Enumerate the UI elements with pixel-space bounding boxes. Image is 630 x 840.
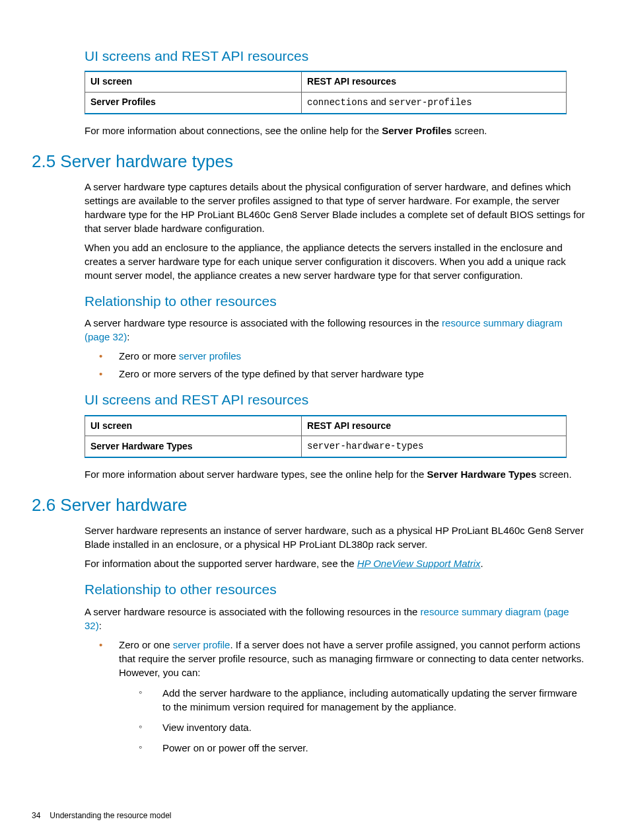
para-26a: Server hardware represents an instance o… — [85, 523, 588, 551]
para-25b: When you add an enclosure to the applian… — [85, 241, 588, 282]
sht-bold: Server Hardware Types — [427, 469, 537, 480]
code-sht: server-hardware-types — [307, 441, 423, 451]
list-item: Zero or one server profile. If a server … — [99, 638, 588, 755]
text: Zero or more — [119, 350, 179, 362]
link-server-profiles[interactable]: server profiles — [179, 350, 241, 362]
heading-2-6: 2.6 Server hardware — [32, 493, 588, 517]
heading-ui-rest-1: UI screens and REST API resources — [85, 46, 588, 65]
server-profiles-label: Server Profiles — [90, 96, 156, 107]
text: : — [99, 620, 102, 631]
sublist-26: Add the server hardware to the appliance… — [139, 686, 588, 755]
table-sht: UI screen REST API resource Server Hardw… — [85, 415, 567, 458]
para-rel26: A server hardware resource is associated… — [85, 605, 588, 632]
table-row: UI screen REST API resources — [85, 71, 567, 92]
text: For information about the supported serv… — [85, 558, 357, 569]
list-item: Power on or power off the server. — [139, 741, 588, 755]
list-26: Zero or one server profile. If a server … — [99, 638, 588, 755]
th-rest: REST API resource — [302, 416, 567, 436]
th-ui-screen: UI screen — [85, 416, 302, 436]
heading-relationship-25: Relationship to other resources — [85, 291, 588, 311]
list-item: Zero or more servers of the type defined… — [99, 367, 588, 381]
table-row: Server Hardware Types server-hardware-ty… — [85, 436, 567, 457]
text: Zero or one — [119, 639, 173, 650]
th-rest: REST API resources — [302, 71, 567, 92]
text-and: and — [368, 96, 388, 107]
para-25a: A server hardware type captures details … — [85, 180, 588, 235]
list-25: Zero or more server profiles Zero or mor… — [99, 349, 588, 381]
text: For more information about server hardwa… — [85, 469, 427, 480]
text: A server hardware resource is associated… — [85, 606, 421, 617]
sht-label: Server Hardware Types — [90, 441, 193, 451]
code-connections: connections — [307, 97, 368, 108]
para-more-connections: For more information about connections, … — [85, 124, 588, 137]
list-item: Zero or more server profiles — [99, 349, 588, 363]
para-rel25: A server hardware type resource is assoc… — [85, 316, 588, 344]
table-row: Server Profiles connections and server-p… — [85, 92, 567, 113]
text: : — [127, 331, 129, 342]
td-rest: connections and server-profiles — [302, 92, 567, 113]
td-ui-screen: Server Profiles — [85, 92, 302, 113]
table-connections: UI screen REST API resources Server Prof… — [85, 71, 567, 114]
text: . — [480, 558, 483, 569]
td-ui-screen: Server Hardware Types — [85, 436, 302, 457]
para-26b: For information about the supported serv… — [85, 556, 588, 570]
server-profiles-bold: Server Profiles — [382, 125, 452, 136]
code-server-profiles: server-profiles — [389, 97, 472, 108]
text: screen. — [452, 125, 487, 136]
table-row: UI screen REST API resource — [85, 416, 567, 436]
heading-relationship-26: Relationship to other resources — [85, 580, 588, 599]
list-item: Add the server hardware to the appliance… — [139, 686, 588, 714]
list-item: View inventory data. — [139, 720, 588, 734]
heading-ui-rest-2: UI screens and REST API resources — [85, 390, 588, 409]
text: A server hardware type resource is assoc… — [85, 317, 442, 328]
heading-2-5: 2.5 Server hardware types — [32, 149, 588, 173]
text: For more information about connections, … — [85, 125, 382, 136]
link-server-profile[interactable]: server profile — [173, 639, 230, 650]
para-more-sht: For more information about server hardwa… — [85, 467, 588, 481]
td-rest: server-hardware-types — [302, 436, 567, 457]
text: screen. — [536, 469, 571, 480]
th-ui-screen: UI screen — [85, 71, 302, 92]
link-support-matrix[interactable]: HP OneView Support Matrix — [357, 558, 481, 569]
